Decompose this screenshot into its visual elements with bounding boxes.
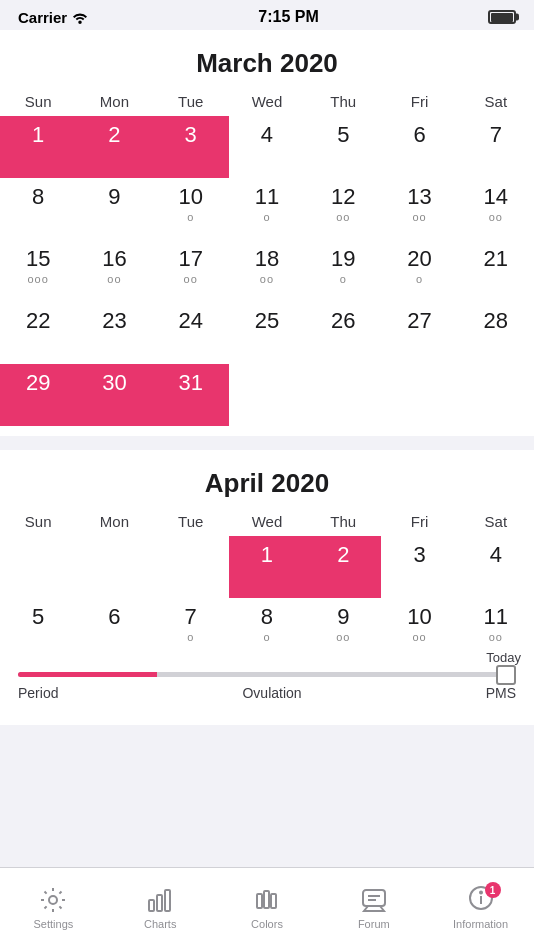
- day-dots: oo: [229, 273, 305, 285]
- tab-settings[interactable]: Settings: [0, 868, 107, 934]
- march-calendar: March 2020 Sun Mon Tue Wed Thu Fri Sat 1…: [0, 30, 534, 436]
- table-row[interactable]: 23: [76, 302, 152, 364]
- legend-track: [18, 672, 516, 677]
- day-number: 4: [229, 122, 305, 148]
- april-weekday-tue: Tue: [153, 507, 229, 536]
- table-row[interactable]: 17oo: [153, 240, 229, 302]
- table-row[interactable]: 27: [381, 302, 457, 364]
- day-number: 6: [381, 122, 457, 148]
- table-row[interactable]: 7: [458, 116, 534, 178]
- forum-icon: [359, 885, 389, 915]
- tab-forum[interactable]: Forum: [320, 868, 427, 934]
- table-row[interactable]: [76, 536, 152, 598]
- svg-rect-6: [271, 894, 276, 908]
- table-row[interactable]: 6: [381, 116, 457, 178]
- table-row[interactable]: 2: [305, 536, 381, 598]
- table-row[interactable]: 7o: [153, 598, 229, 660]
- table-row[interactable]: 1: [229, 536, 305, 598]
- table-row[interactable]: 5: [0, 598, 76, 660]
- march-title: March 2020: [0, 30, 534, 87]
- table-row[interactable]: 5: [305, 116, 381, 178]
- table-row[interactable]: 29: [0, 364, 76, 426]
- day-number: 27: [381, 308, 457, 334]
- table-row[interactable]: 26: [305, 302, 381, 364]
- table-row[interactable]: 3: [153, 116, 229, 178]
- table-row[interactable]: 9: [76, 178, 152, 240]
- table-row[interactable]: [153, 536, 229, 598]
- calendar-gap: [0, 436, 534, 450]
- table-row[interactable]: 31: [153, 364, 229, 426]
- table-row[interactable]: 1: [0, 116, 76, 178]
- day-number: 11: [458, 604, 534, 630]
- table-row[interactable]: 2: [76, 116, 152, 178]
- day-number: 31: [153, 370, 229, 396]
- tab-information-label: Information: [453, 918, 508, 930]
- day-dots: oo: [76, 273, 152, 285]
- table-row[interactable]: 11o: [229, 178, 305, 240]
- battery-icon: [488, 10, 516, 24]
- day-dots: oo: [381, 631, 457, 643]
- table-row[interactable]: 9oo: [305, 598, 381, 660]
- table-row[interactable]: 14oo: [458, 178, 534, 240]
- table-row[interactable]: 6: [76, 598, 152, 660]
- tab-information[interactable]: 1 Information: [427, 868, 534, 934]
- day-number: 6: [76, 604, 152, 630]
- april-title: April 2020: [0, 450, 534, 507]
- table-row[interactable]: 19o: [305, 240, 381, 302]
- day-number: 16: [76, 246, 152, 272]
- table-row[interactable]: 8o: [229, 598, 305, 660]
- wifi-icon: [71, 10, 89, 24]
- april-weekday-fri: Fri: [381, 507, 457, 536]
- table-row[interactable]: 16oo: [76, 240, 152, 302]
- day-number: 19: [305, 246, 381, 272]
- table-row[interactable]: 10o: [153, 178, 229, 240]
- svg-rect-5: [264, 891, 269, 908]
- table-row[interactable]: 20o: [381, 240, 457, 302]
- april-calendar: April 2020 Sun Mon Tue Wed Thu Fri Sat 1…: [0, 450, 534, 725]
- table-row[interactable]: 24: [153, 302, 229, 364]
- march-weekday-mon: Mon: [76, 87, 152, 116]
- table-row[interactable]: 10oo: [381, 598, 457, 660]
- tab-colors[interactable]: Colors: [214, 868, 321, 934]
- table-row[interactable]: 8: [0, 178, 76, 240]
- table-row[interactable]: 25: [229, 302, 305, 364]
- tab-forum-label: Forum: [358, 918, 390, 930]
- table-row[interactable]: 18oo: [229, 240, 305, 302]
- table-row[interactable]: 28: [458, 302, 534, 364]
- day-number: 8: [0, 184, 76, 210]
- scroll-content: March 2020 Sun Mon Tue Wed Thu Fri Sat 1…: [0, 30, 534, 867]
- day-number: 2: [76, 122, 152, 148]
- day-number: 18: [229, 246, 305, 272]
- day-dots: oo: [458, 631, 534, 643]
- april-weekday-thu: Thu: [305, 507, 381, 536]
- svg-point-12: [480, 892, 482, 894]
- march-weekday-thu: Thu: [305, 87, 381, 116]
- table-row[interactable]: 4: [458, 536, 534, 598]
- day-number: 5: [305, 122, 381, 148]
- table-row[interactable]: 30: [76, 364, 152, 426]
- table-row[interactable]: 3: [381, 536, 457, 598]
- day-number: 4: [458, 542, 534, 568]
- table-row[interactable]: 22: [0, 302, 76, 364]
- day-dots: oo: [458, 211, 534, 223]
- table-row[interactable]: [0, 536, 76, 598]
- day-number: 30: [76, 370, 152, 396]
- tab-charts[interactable]: Charts: [107, 868, 214, 934]
- table-row[interactable]: [458, 364, 534, 426]
- svg-rect-7: [363, 890, 385, 906]
- table-row[interactable]: 15ooo: [0, 240, 76, 302]
- table-row[interactable]: [381, 364, 457, 426]
- table-row[interactable]: 4: [229, 116, 305, 178]
- table-row[interactable]: [305, 364, 381, 426]
- information-badge: 1: [485, 882, 501, 898]
- table-row[interactable]: 21: [458, 240, 534, 302]
- day-dots: o: [153, 211, 229, 223]
- legend-ovulation-label: Ovulation: [242, 685, 301, 701]
- table-row[interactable]: [229, 364, 305, 426]
- legend-today-label: Today: [486, 650, 521, 665]
- status-time: 7:15 PM: [258, 8, 318, 26]
- table-row[interactable]: 13oo: [381, 178, 457, 240]
- april-weekday-sun: Sun: [0, 507, 76, 536]
- march-weekday-wed: Wed: [229, 87, 305, 116]
- table-row[interactable]: 12oo: [305, 178, 381, 240]
